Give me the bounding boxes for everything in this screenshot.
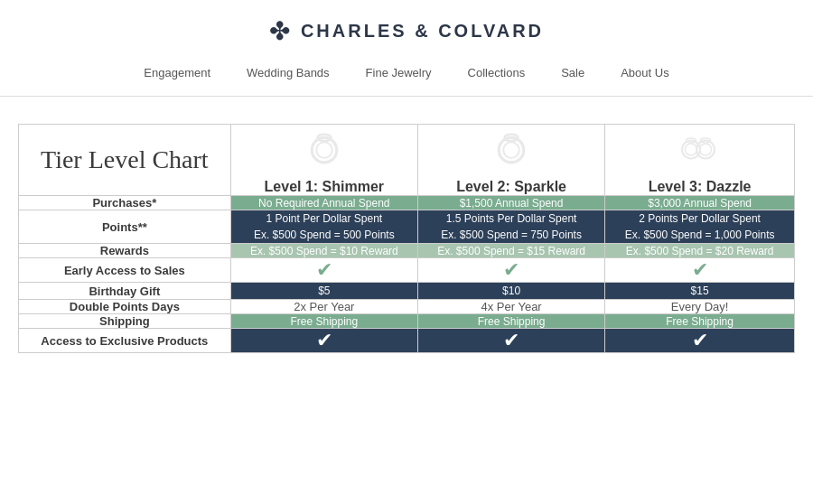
table-cell-r0-c0: No Required Annual Spend bbox=[230, 196, 417, 210]
table-cell-r2-c0: Ex. $500 Spend = $10 Reward bbox=[230, 244, 417, 258]
table-cell-r1-c2: 2 Points Per Dollar SpentEx. $500 Spend … bbox=[605, 210, 795, 244]
nav-item-about-us[interactable]: About Us bbox=[621, 66, 668, 79]
tier-table: Tier Level Chart Level 1: Shimmer bbox=[18, 124, 795, 353]
table-cell-r4-c2: $15 bbox=[605, 283, 795, 300]
table-body: Purchases*No Required Annual Spend$1,500… bbox=[19, 196, 795, 353]
table-cell-r6-c2: Free Shipping bbox=[605, 314, 795, 329]
table-row: Purchases*No Required Annual Spend$1,500… bbox=[19, 196, 795, 210]
row-label-0: Purchases* bbox=[19, 196, 231, 210]
row-label-5: Double Points Days bbox=[19, 300, 231, 314]
main-content: Tier Level Chart Level 1: Shimmer bbox=[0, 97, 813, 380]
table-cell-r0-c2: $3,000 Annual Spend bbox=[605, 196, 795, 210]
table-cell-r4-c0: $5 bbox=[230, 283, 417, 300]
table-cell-r2-c2: Ex. $500 Spend = $20 Reward bbox=[605, 244, 795, 258]
table-cell-r7-c2: ✔ bbox=[605, 329, 795, 353]
nav-item-fine-jewelry[interactable]: Fine Jewelry bbox=[366, 66, 432, 79]
header-row: Tier Level Chart Level 1: Shimmer bbox=[19, 125, 795, 196]
svg-point-10 bbox=[699, 144, 711, 155]
table-cell-r3-c1: ✔ bbox=[417, 258, 604, 283]
level-2-name: Level 2: Sparkle bbox=[418, 179, 604, 195]
row-label-4: Birthday Gift bbox=[19, 283, 231, 300]
site-header: ✤ CHARLES & COLVARD EngagementWedding Ba… bbox=[0, 0, 813, 97]
table-row: Access to Exclusive Products✔✔✔ bbox=[19, 329, 795, 353]
table-row: ShippingFree ShippingFree ShippingFree S… bbox=[19, 314, 795, 329]
level-1-header: Level 1: Shimmer bbox=[230, 125, 417, 196]
checkmark-icon: ✔ bbox=[503, 258, 519, 281]
logo-icon: ✤ bbox=[269, 16, 290, 46]
row-label-2: Rewards bbox=[19, 244, 231, 258]
svg-point-7 bbox=[685, 144, 696, 155]
main-nav: EngagementWedding BandsFine JewelryColle… bbox=[0, 59, 813, 87]
svg-point-1 bbox=[316, 142, 332, 158]
row-label-3: Early Access to Sales bbox=[19, 258, 231, 283]
table-cell-r7-c1: ✔ bbox=[417, 329, 604, 353]
table-cell-r2-c1: Ex. $500 Spend = $15 Reward bbox=[417, 244, 604, 258]
checkmark-icon: ✔ bbox=[503, 329, 519, 351]
table-row: Points**1 Point Per Dollar SpentEx. $500… bbox=[19, 210, 795, 244]
svg-point-4 bbox=[503, 142, 519, 158]
table-row: Early Access to Sales✔✔✔ bbox=[19, 258, 795, 283]
table-cell-r1-c1: 1.5 Points Per Dollar SpentEx. $500 Spen… bbox=[417, 210, 604, 244]
table-cell-r1-c0: 1 Point Per Dollar SpentEx. $500 Spend =… bbox=[230, 210, 417, 244]
table-cell-r3-c2: ✔ bbox=[605, 258, 795, 283]
brand-name: CHARLES & COLVARD bbox=[301, 21, 544, 42]
level-3-header: Level 3: Dazzle bbox=[605, 125, 795, 196]
nav-item-collections[interactable]: Collections bbox=[468, 66, 526, 79]
nav-item-wedding-bands[interactable]: Wedding Bands bbox=[247, 66, 330, 79]
level-2-header: Level 2: Sparkle bbox=[417, 125, 604, 196]
table-title: Tier Level Chart bbox=[19, 125, 231, 196]
checkmark-icon: ✔ bbox=[692, 258, 708, 281]
table-row: Birthday Gift$5$10$15 bbox=[19, 283, 795, 300]
ring-icon-1 bbox=[302, 125, 347, 170]
level-3-name: Level 3: Dazzle bbox=[605, 179, 794, 195]
table-cell-r6-c0: Free Shipping bbox=[230, 314, 417, 329]
table-cell-r5-c0: 2x Per Year bbox=[230, 300, 417, 314]
ring-icon-3 bbox=[678, 125, 723, 170]
table-cell-r3-c0: ✔ bbox=[230, 258, 417, 283]
table-cell-r5-c2: Every Day! bbox=[605, 300, 795, 314]
checkmark-icon: ✔ bbox=[316, 329, 332, 351]
checkmark-icon: ✔ bbox=[692, 329, 708, 351]
table-cell-r5-c1: 4x Per Year bbox=[417, 300, 604, 314]
row-label-1: Points** bbox=[19, 210, 231, 244]
row-label-7: Access to Exclusive Products bbox=[19, 329, 231, 353]
logo-area: ✤ CHARLES & COLVARD bbox=[0, 16, 813, 46]
ring-icon-2 bbox=[489, 125, 534, 170]
level-1-name: Level 1: Shimmer bbox=[231, 179, 417, 195]
table-cell-r4-c1: $10 bbox=[417, 283, 604, 300]
nav-item-sale[interactable]: Sale bbox=[561, 66, 584, 79]
row-label-6: Shipping bbox=[19, 314, 231, 329]
checkmark-icon: ✔ bbox=[316, 258, 332, 281]
table-cell-r6-c1: Free Shipping bbox=[417, 314, 604, 329]
table-row: RewardsEx. $500 Spend = $10 RewardEx. $5… bbox=[19, 244, 795, 258]
nav-item-engagement[interactable]: Engagement bbox=[144, 66, 210, 79]
table-cell-r0-c1: $1,500 Annual Spend bbox=[417, 196, 604, 210]
table-cell-r7-c0: ✔ bbox=[230, 329, 417, 353]
table-row: Double Points Days2x Per Year4x Per Year… bbox=[19, 300, 795, 314]
